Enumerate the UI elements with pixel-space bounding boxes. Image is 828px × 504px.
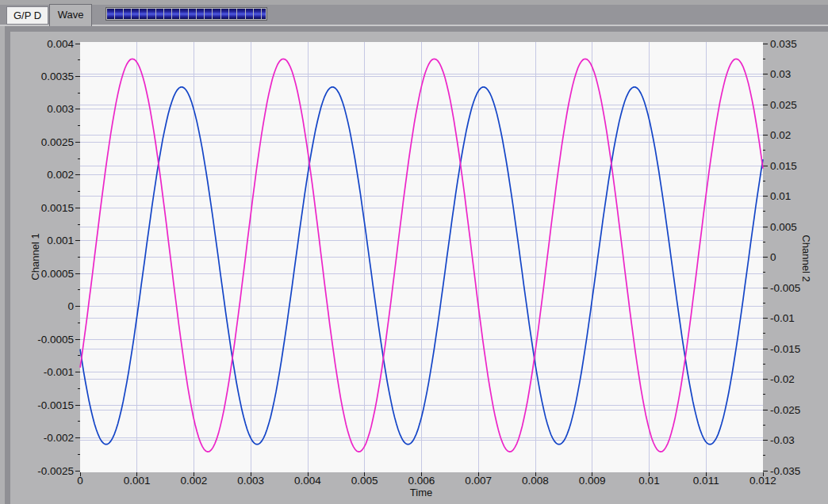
x-tick-label: 0.001 [124,475,151,487]
y-right-tick-label: -0.01 [770,312,795,324]
y-left-tick-label: 0.0015 [41,202,74,214]
x-tick-label: 0.002 [181,475,208,487]
x-tick-label: 0.005 [351,475,378,487]
x-tick-label: 0 [77,475,83,487]
x-tick-label: 0.01 [638,475,659,487]
progress-segment [164,9,171,19]
y-right-tick-label: -0.02 [770,373,795,385]
tab-wave-label: Wave [58,9,84,21]
y-left-tick-label: -0.0005 [37,334,74,346]
y-left-tick-label: -0.0015 [37,399,74,411]
progress-segment [205,9,212,19]
y-left-tick-label: 0.0025 [41,136,74,148]
x-tick-label: 0.011 [693,475,719,487]
x-axis-label: Time [410,487,432,498]
y-axis-left-label: Channel 1 [29,233,41,280]
y-right-tick-label: -0.025 [770,404,800,416]
y-left-tick-label: 0.0005 [41,268,74,280]
x-tick-label: 0.008 [522,475,549,487]
x-tick-label: 0.012 [749,475,776,487]
progress-segment [132,9,139,19]
progress-segment [107,9,114,19]
progress-segment [246,9,253,19]
progress-segment [221,9,228,19]
y-right-tick-label: 0 [770,251,776,263]
progress-bar [105,7,267,21]
progress-segment [148,9,155,19]
progress-segment [197,9,204,19]
progress-segment-partial [262,9,266,19]
y-right-tick-label: -0.03 [770,434,795,446]
progress-segment [172,9,179,19]
progress-segment [254,9,261,19]
y-right-tick-label: 0.025 [770,99,797,111]
progress-segment [189,9,196,19]
progress-segment [213,9,220,19]
y-right-tick-label: -0.015 [770,343,800,355]
y-left-tick-label: 0.002 [47,169,74,181]
y-left-tick-label: 0.0035 [41,71,74,82]
y-left-tick-label: -0.0025 [37,465,74,477]
tab-strip-highlight [0,25,828,26]
x-tick-label: 0.007 [465,475,492,487]
y-right-tick-label: 0.015 [770,160,797,172]
tab-wave[interactable]: Wave [49,4,92,26]
y-right-tick-label: 0.01 [770,190,791,202]
x-tick-label: 0.004 [294,475,321,487]
waveform-graph[interactable]: 0.0040.00350.0030.00250.0020.00150.0010.… [0,0,828,504]
y-left-tick-label: 0.004 [47,38,74,50]
progress-segment [229,9,236,19]
tab-gpd-label: G/P D [13,10,41,21]
progress-segment [156,9,163,19]
progress-segment [115,9,122,19]
y-left-tick-label: 0.003 [47,103,74,115]
progress-segment [124,9,131,19]
y-axis-right-label: Channel 2 [800,235,812,281]
y-left-tick-label: 0 [67,300,74,312]
y-right-tick-label: 0.035 [770,38,797,50]
y-right-tick-label: 0.03 [770,68,791,80]
progress-segment [237,9,244,19]
y-left-tick-label: -0.002 [44,432,74,444]
tab-gpd[interactable]: G/P D [6,6,48,25]
y-right-tick-label: 0.005 [770,221,797,233]
y-right-tick-label: 0.02 [770,129,791,141]
x-tick-label: 0.009 [579,475,606,487]
progress-segment [140,9,147,19]
progress-segment [180,9,187,19]
y-left-tick-label: -0.001 [44,366,74,378]
x-tick-label: 0.003 [237,475,264,487]
x-tick-label: 0.006 [408,475,435,487]
tab-bar: G/P D Wave [0,0,828,26]
y-right-tick-label: -0.005 [770,282,800,294]
y-left-tick-label: 0.001 [47,235,74,246]
